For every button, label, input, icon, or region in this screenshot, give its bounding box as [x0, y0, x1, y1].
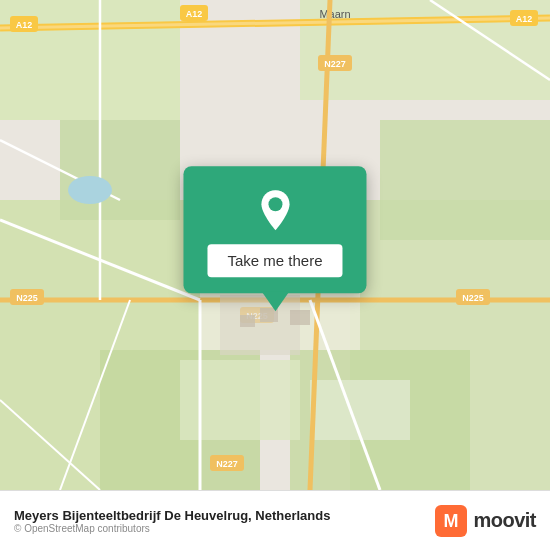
svg-rect-44 [240, 315, 255, 327]
svg-rect-11 [310, 380, 410, 440]
svg-text:N227: N227 [324, 59, 346, 69]
svg-rect-6 [380, 120, 550, 240]
svg-text:Maarn: Maarn [319, 8, 350, 20]
svg-text:A12: A12 [516, 14, 533, 24]
svg-text:M: M [444, 511, 459, 531]
osm-credit: © OpenStreetMap contributors [14, 523, 330, 534]
svg-text:N227: N227 [216, 459, 238, 469]
moovit-logo: M moovit [435, 505, 536, 537]
svg-text:N225: N225 [16, 293, 38, 303]
svg-rect-5 [60, 120, 180, 220]
moovit-icon: M [435, 505, 467, 537]
map-container: A12 A12 A12 Maarn N227 N225 N225 N225 N2… [0, 0, 550, 490]
take-me-there-button[interactable]: Take me there [207, 244, 342, 277]
svg-point-47 [268, 197, 282, 211]
svg-text:A12: A12 [16, 20, 33, 30]
location-pin-icon [251, 186, 299, 234]
svg-text:N225: N225 [462, 293, 484, 303]
bottom-bar: Meyers Bijenteeltbedrijf De Heuvelrug, N… [0, 490, 550, 550]
moovit-text: moovit [473, 509, 536, 532]
place-name: Meyers Bijenteeltbedrijf De Heuvelrug, N… [14, 508, 330, 523]
bottom-left: Meyers Bijenteeltbedrijf De Heuvelrug, N… [14, 508, 330, 534]
svg-text:A12: A12 [186, 9, 203, 19]
svg-rect-10 [180, 360, 300, 440]
svg-rect-43 [290, 310, 310, 325]
popup-card: Take me there [183, 166, 366, 293]
svg-point-41 [68, 176, 112, 204]
